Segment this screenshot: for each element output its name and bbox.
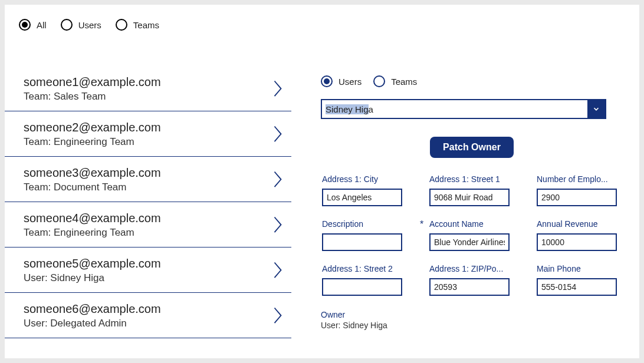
list-item[interactable]: someone6@example.comUser: Delegated Admi… [5,293,291,338]
chevron-right-icon [271,78,284,99]
radio-icon [116,19,127,31]
owner-type-option-users[interactable]: Users [321,75,362,87]
list-item[interactable]: someone5@example.comUser: Sidney Higa [5,248,291,293]
detail-panel: UsersTeams Sidney Higa Patch Owner Addre… [291,66,639,358]
list-item[interactable]: someone3@example.comTeam: Document Team [5,157,291,202]
owner-block: Owner User: Sidney Higa [321,310,623,330]
chevron-down-icon[interactable] [587,100,605,118]
list-item-primary: someone3@example.com [24,165,284,181]
list-item-primary: someone5@example.com [24,256,284,272]
field-input[interactable] [429,233,510,251]
owner-combobox-text: Sidney Higa [322,104,373,114]
field: Main Phone [537,264,623,296]
top-filter-group: AllUsersTeams [5,5,639,31]
list-item[interactable]: someone4@example.comTeam: Engineering Te… [5,202,291,248]
top-filter-option-all[interactable]: All [19,19,47,31]
owner-type-filter: UsersTeams [321,75,623,87]
top-filter-option-users[interactable]: Users [61,19,101,31]
chevron-right-icon [271,169,284,190]
owner-combobox[interactable]: Sidney Higa [321,99,606,119]
list-item-primary: someone2@example.com [24,120,284,136]
owner-label: Owner [321,310,623,319]
field-label: Address 1: Street 2 [322,264,408,273]
field: Address 1: Street 1 [429,174,515,206]
field-input[interactable] [537,189,617,206]
field-input[interactable] [429,278,510,296]
list-item-primary: someone1@example.com [24,74,284,90]
required-indicator: * [420,219,423,230]
fields-grid: Address 1: CityAddress 1: Street 1Number… [322,174,623,296]
owner-value: User: Sidney Higa [321,321,623,330]
field-input[interactable] [429,189,510,206]
list-item-secondary: Team: Engineering Team [24,226,284,240]
owner-type-option-label: Teams [391,77,417,87]
radio-icon [321,75,333,87]
chevron-right-icon [271,259,284,280]
field: Description [322,219,408,251]
patch-owner-button[interactable]: Patch Owner [430,137,514,158]
field-label: Address 1: ZIP/Po... [429,264,515,273]
field-label: Address 1: Street 1 [429,174,515,184]
field: Address 1: City [322,174,408,206]
radio-icon [61,19,73,31]
field: Annual Revenue [537,219,623,251]
list-item[interactable]: someone1@example.comTeam: Sales Team [5,66,291,111]
field: Address 1: Street 2 [322,264,408,296]
field-input[interactable] [322,233,402,251]
field-label: Address 1: City [322,174,408,184]
chevron-right-icon [271,214,284,235]
field-input[interactable] [537,233,617,251]
list-item[interactable]: someone2@example.comTeam: Engineering Te… [5,111,291,157]
list-item-secondary: Team: Engineering Team [24,136,284,149]
field-label: Number of Emplo... [537,174,623,184]
radio-icon [19,19,31,31]
list-item-secondary: User: Sidney Higa [24,272,284,285]
top-filter-option-label: Teams [133,20,159,30]
record-list[interactable]: someone1@example.comTeam: Sales Teamsome… [5,66,291,358]
top-filter-option-label: All [37,20,47,30]
field: Address 1: ZIP/Po... [429,264,515,296]
field-input[interactable] [322,189,402,206]
list-item-secondary: Team: Document Team [24,181,284,194]
field: Number of Emplo... [537,174,623,206]
field-label: Account Name [429,219,515,229]
list-item-secondary: User: Delegated Admin [24,317,284,331]
list-item-secondary: Team: Sales Team [24,90,284,104]
field-label: Main Phone [537,264,623,273]
chevron-right-icon [271,305,284,326]
field-label: Annual Revenue [537,219,623,229]
field-input[interactable] [537,278,617,296]
radio-icon [373,75,385,87]
top-filter-option-label: Users [78,20,101,30]
list-item-primary: someone4@example.com [24,210,284,226]
top-filter-option-teams[interactable]: Teams [116,19,159,31]
field-input[interactable] [322,278,402,296]
main-split: someone1@example.comTeam: Sales Teamsome… [5,66,639,358]
list-item-primary: someone6@example.com [24,301,284,317]
owner-type-option-label: Users [339,77,362,87]
owner-type-option-teams[interactable]: Teams [373,75,417,87]
field: *Account Name [429,219,515,251]
chevron-right-icon [271,123,284,144]
field-label: Description [322,219,408,229]
